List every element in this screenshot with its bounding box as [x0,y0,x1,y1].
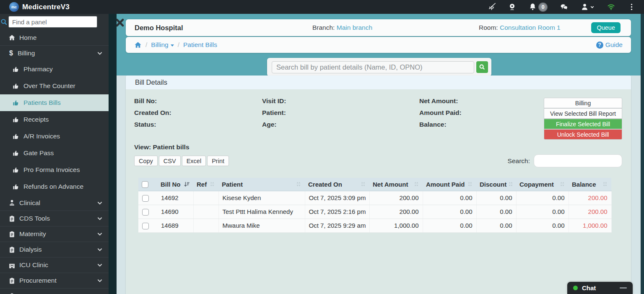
minimize-icon[interactable] [620,287,627,289]
breadcrumb: / Billing / Patient Bills ? Guide [126,37,631,53]
sidebar-item-over-the-counter[interactable]: Over The Counter [0,78,109,94]
sidebar-item-dialysis[interactable]: Dialysis [0,242,109,257]
column-header-bill-no[interactable]: Bill No [157,178,193,191]
billing-button[interactable]: Billing [544,98,622,108]
row-checkbox[interactable] [142,223,149,229]
unlock-selected-bill-button[interactable]: Unlock Selected Bill [544,129,622,140]
webcam-icon[interactable] [508,3,516,11]
sidebar-item-receipts[interactable]: Receipts [0,111,109,128]
column-header-net-amount[interactable]: Net Amount [369,178,423,191]
sidebar-item-gate-pass[interactable]: Gate Pass [0,145,109,161]
bill-search-input[interactable] [272,61,474,73]
row-checkbox[interactable] [142,209,149,216]
room-link[interactable]: Consultation Room 1 [500,24,561,31]
sidebar-item-refunds-on-advance[interactable]: Refunds on Advance [0,178,109,195]
column-header-discount[interactable]: Discount [476,178,516,191]
home-icon [8,34,16,41]
breadcrumb-patient-bills[interactable]: Patient Bills [183,41,217,49]
table-row[interactable]: 14692 Kisese Kyden Oct 7, 2025 3:09 pm 2… [138,191,611,205]
sidebar-item-maternity[interactable]: Maternity [0,226,109,242]
app-logo-icon: mc [9,2,19,12]
table-row[interactable]: 14690 Test Pttt Halima Kennedy Oct 7, 20… [138,205,611,219]
sidebar-item-label: Refunds on Advance [23,183,83,190]
print-button[interactable]: Print [207,156,229,166]
question-circle-icon: ? [596,42,603,49]
bill-search-button[interactable] [476,61,488,73]
messages-icon[interactable] [560,3,568,11]
sidebar-item-cds-tools[interactable]: CDS Tools [0,211,109,226]
user-menu-button[interactable] [581,3,595,11]
home-icon[interactable] [134,41,142,49]
sort-desc-icon [184,181,190,187]
column-header-patient[interactable]: Patient [218,178,305,191]
brand: mc MedicentreV3 [0,2,70,12]
field-label-created-on: Created On: [134,107,171,119]
column-header-balance[interactable]: Balance [569,178,611,191]
field-label-status: Status: [134,119,171,130]
sidebar-item-ar-invoices[interactable]: A/R Invoices [0,128,109,145]
sidebar-item-billing[interactable]: $ Billing [0,45,109,61]
table-row[interactable]: 14689 Mwaura Mike Oct 7, 2025 9:29 am 1,… [138,219,611,232]
sidebar-item-label: Home [19,34,36,42]
thumbs-up-icon [13,133,20,140]
export-buttons: Copy CSV Excel Print [134,156,229,166]
field-label-age: Age: [262,119,286,130]
bell-icon [529,3,537,11]
csv-button[interactable]: CSV [159,156,181,166]
finalize-selected-bill-button[interactable]: Finalize Selected Bill [544,119,622,129]
branch-link[interactable]: Main branch [337,24,372,31]
view-selected-bill-report-button[interactable]: View Selected Bill Report [544,108,622,119]
clipboard-icon [8,246,16,253]
search-icon [0,18,8,26]
thumbs-up-icon [13,150,20,157]
online-status-icon [573,286,578,290]
queue-button[interactable]: Queue [591,22,621,33]
sidebar-item-patients-bills[interactable]: Patients Bills [0,94,109,111]
chevron-down-icon [590,5,595,9]
column-header-created-on[interactable]: Created On [305,178,369,191]
thumbs-up-icon [13,99,20,107]
column-header-ref[interactable]: Ref [193,178,218,191]
sidebar-item-clinical[interactable]: Clinical [0,195,109,211]
copy-button[interactable]: Copy [134,156,158,166]
table-search-input[interactable] [534,154,622,167]
sort-icon [467,181,473,187]
table-search: Search: [508,154,622,167]
sidebar-item-pro-forma-invoices[interactable]: Pro Forma Invoices [0,161,109,178]
sidebar-item-label: Billing [18,49,35,57]
column-header-amount-paid[interactable]: Amount Paid [423,178,476,191]
panel-search-input[interactable] [8,16,97,28]
chevron-down-icon [97,247,103,252]
chat-label: Chat [582,284,596,291]
excel-button[interactable]: Excel [182,156,206,166]
right-scrollbar-strip[interactable] [641,14,644,294]
column-header-copayment[interactable]: Copayment [516,178,569,191]
row-checkbox[interactable] [142,195,149,202]
sidebar-item-label: Over The Counter [23,82,75,90]
sidebar-item-home[interactable]: Home [0,30,109,45]
sidebar-item-icu-clinic[interactable]: ICU Clinic [0,257,109,273]
sort-icon [360,181,366,187]
mic-off-icon[interactable] [488,3,496,11]
sort-icon [296,181,301,187]
sidebar-item-label: A/R Invoices [23,133,60,140]
sidebar-item-inventory[interactable]: Inventory [0,288,109,294]
top-navbar: mc MedicentreV3 0 [0,0,644,14]
notifications-button[interactable]: 0 [529,3,548,12]
guide-label: Guide [605,41,623,49]
field-label-visit-id: Visit ID: [262,95,286,107]
breadcrumb-billing[interactable]: Billing [151,41,174,49]
select-all-checkbox[interactable] [142,181,148,188]
sidebar-item-label: Clinical [19,199,40,207]
sidebar: Home $ Billing Pharmacy Over The Counter… [0,14,109,294]
room-label: Room: [479,24,498,31]
sidebar-item-pharmacy[interactable]: Pharmacy [0,61,109,78]
sidebar-item-procurement[interactable]: Procurement [0,273,109,288]
wifi-icon[interactable] [607,3,615,11]
more-options-icon[interactable] [628,3,636,11]
breadcrumb-label: Billing [151,41,168,49]
guide-link[interactable]: ? Guide [596,41,623,49]
field-label-balance: Balance: [419,119,462,130]
chat-widget[interactable]: Chat [567,282,633,294]
hospital-name: Demo Hospital [135,24,183,32]
